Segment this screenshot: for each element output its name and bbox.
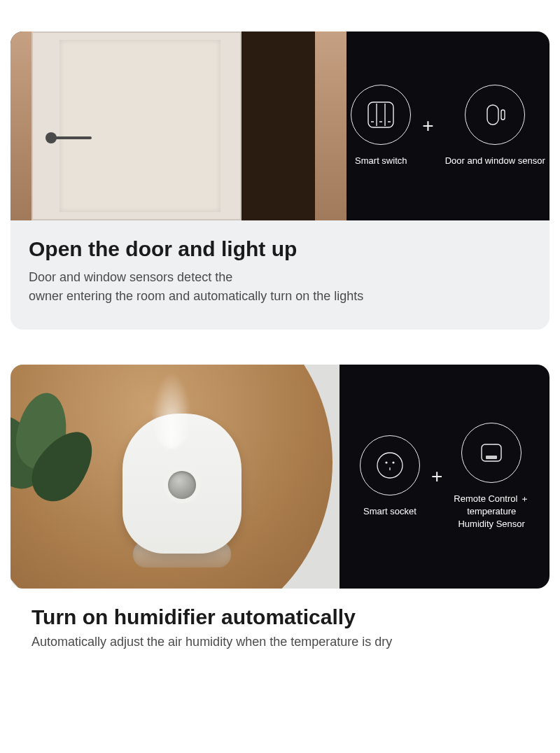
card-body: Turn on humidifier automatically Automat… <box>10 589 550 649</box>
card-title: Open the door and light up <box>29 237 531 261</box>
svg-rect-7 <box>501 110 505 120</box>
door-window-sensor-icon <box>465 85 525 145</box>
feature-card-humidifier: Smart socket + Remote Control ＋ temperat… <box>10 365 550 649</box>
hero: Smart switch + Door and window sensor <box>10 31 550 220</box>
hero-photo-humidifier <box>10 365 340 589</box>
plus-icon: + <box>430 467 444 486</box>
icon-label: Smart switch <box>355 155 407 167</box>
hero-photo-door <box>10 31 346 220</box>
remote-temp-humidity-sensor-icon <box>461 423 522 483</box>
hero: Smart socket + Remote Control ＋ temperat… <box>10 365 550 589</box>
icon-label: Smart socket <box>363 505 416 518</box>
icon-label: Remote Control ＋ temperature Humidity Se… <box>454 493 529 531</box>
card-body: Open the door and light up Door and wind… <box>10 220 550 330</box>
icon-panel: Smart socket + Remote Control ＋ temperat… <box>340 365 550 589</box>
smart-switch-icon <box>351 85 411 145</box>
plus-icon: + <box>421 116 435 136</box>
smart-socket-icon <box>360 435 420 495</box>
card-title: Turn on humidifier automatically <box>31 605 528 629</box>
icon-label: Door and window sensor <box>445 155 545 167</box>
icon-panel: Smart switch + Door and window sensor <box>346 31 550 220</box>
card-desc: Automatically adjust the air humidity wh… <box>31 635 528 649</box>
svg-point-10 <box>392 461 394 463</box>
svg-rect-13 <box>486 456 497 459</box>
feature-card-door-light: Smart switch + Door and window sensor <box>10 31 550 330</box>
svg-rect-6 <box>487 105 498 125</box>
svg-point-9 <box>385 461 387 463</box>
svg-point-8 <box>377 453 402 478</box>
svg-rect-0 <box>368 102 393 127</box>
card-desc: Door and window sensors detect the owner… <box>29 268 531 306</box>
